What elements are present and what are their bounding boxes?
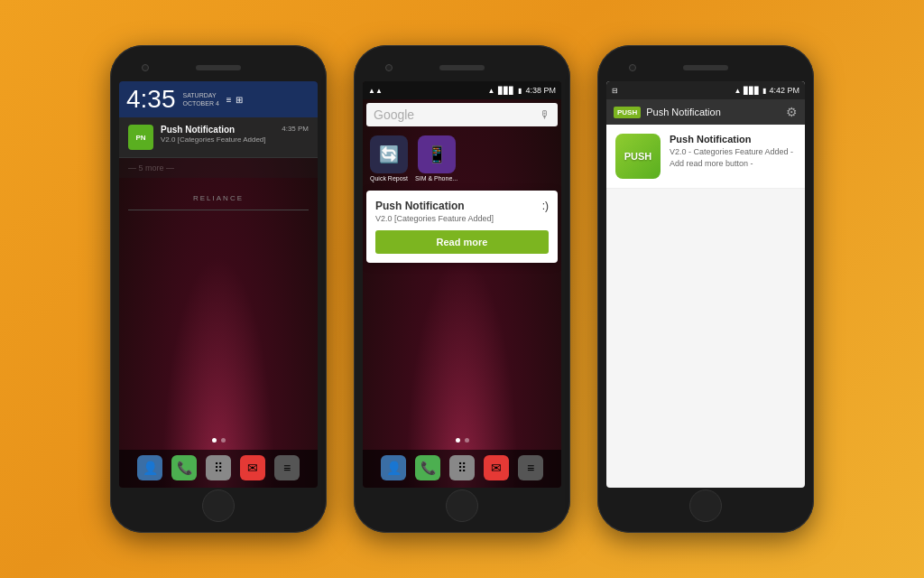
dock: 👤 📞 ⠿ ✉ ≡ [119,450,318,488]
notif-app-icon: PN [128,125,153,150]
notification-item-2: — 5 more — [119,158,318,178]
home-button[interactable] [202,489,235,522]
dot-2 [221,438,226,443]
phone-2-screen: ▲▲ ▲ ▊▊▊ ▮ 4:38 PM Google 🎙 🔄 Quick Repo… [363,81,561,488]
signal-bars-icon: ≡ [226,95,232,105]
wifi-icon-2: ▲ [488,87,495,95]
header-left: PUSH Push Notification [614,107,721,118]
wifi-icon-3: ▲ [735,87,742,95]
notif-icon-3: ⊟ [612,87,618,95]
carrier-divider [128,210,309,210]
status-icons: ≡ ⊞ [226,95,243,105]
home-button-2[interactable] [446,489,478,522]
app-icon-quick-repost: 🔄 [370,135,408,173]
notif-card-text: V2.0 - Categories Feature Added - Add re… [670,146,796,169]
app-label-sim-phone: SIM & Phone... [415,175,457,182]
dock-icon-menu[interactable]: ≡ [274,455,300,480]
notif-card-content: Push Notification V2.0 - Categories Feat… [670,134,796,169]
lock-day: SATURDAY [183,91,217,99]
phone-1-top [119,54,318,81]
dot-2-2 [465,438,469,443]
push-badge: PUSH [614,107,641,118]
notification-card[interactable]: PUSH Push Notification V2.0 - Categories… [606,125,805,189]
signal-bars-3: ▊▊▊ [744,87,760,95]
notif-content: Push Notification V2.0 [Categories Featu… [161,125,274,144]
speaker-2 [439,65,485,70]
dock-icon-menu-2[interactable]: ≡ [518,455,543,480]
app-header-title: Push Notification [646,107,721,117]
signal-icon-2: ▲▲ [368,87,383,95]
notification-app-header: PUSH Push Notification ⚙ [606,99,805,125]
camera-icon [142,64,149,71]
carrier-section: RELIANCE [119,178,318,219]
dock-icon-people-2[interactable]: 👤 [381,455,406,480]
smile-face: :) [542,200,549,212]
phone-3-top [606,54,805,81]
notif-time: 4:35 PM [282,125,309,133]
push-icon-label: PUSH [624,151,652,162]
mic-icon[interactable]: 🎙 [540,108,550,121]
lock-time: 4:35 [126,87,176,112]
phone-3: ⊟ ▲ ▊▊▊ ▮ 4:42 PM PUSH Push Notification… [597,45,814,533]
page-dots [119,438,318,443]
popup-notification[interactable]: Push Notification V2.0 [Categories Featu… [366,191,558,263]
google-text: Google [374,107,414,122]
app-quick-repost[interactable]: 🔄 Quick Repost [370,135,408,182]
grid-icon: ⊞ [236,95,243,105]
notification-item-1[interactable]: PN Push Notification V2.0 [Categories Fe… [119,117,318,158]
lock-date-text: OCTOBER 4 [183,99,219,107]
camera-icon-3 [629,64,636,71]
status-time-2: 4:38 PM [525,86,556,95]
carrier-name: RELIANCE [119,187,318,210]
phone-1-screen: 4:35 SATURDAY OCTOBER 4 ≡ ⊞ PN Push Noti… [119,81,318,488]
popup-title: Push Notification [375,200,549,212]
app-icon-sim-phone: 📱 [418,135,456,173]
status-bar-3: ⊟ ▲ ▊▊▊ ▮ 4:42 PM [606,81,805,99]
google-search-bar[interactable]: Google 🎙 [366,103,558,126]
settings-gear-icon[interactable]: ⚙ [786,105,798,119]
notif-title: Push Notification [161,125,274,135]
app-label-quick-repost: Quick Repost [370,175,408,182]
dot-2-1 [456,438,460,443]
dock-icon-phone-2[interactable]: 📞 [415,455,440,480]
status-bar-2: ▲▲ ▲ ▊▊▊ ▮ 4:38 PM [363,81,561,99]
signal-bars-2: ▊▊▊ [498,87,514,95]
push-app-icon: PUSH [615,134,661,179]
phone-1: 4:35 SATURDAY OCTOBER 4 ≡ ⊞ PN Push Noti… [110,45,327,533]
popup-text: V2.0 [Categories Feature Added] [375,214,549,223]
phone-3-bottom [606,488,805,524]
notif-card-title: Push Notification [670,134,796,144]
notif-placeholder: — 5 more — [128,163,309,172]
camera-icon-2 [385,64,393,71]
dock-2: 👤 📞 ⠿ ✉ ≡ [363,450,561,488]
phone-2-bottom [363,488,561,524]
sim-phone-symbol: 📱 [427,144,447,164]
phone-3-screen: ⊟ ▲ ▊▊▊ ▮ 4:42 PM PUSH Push Notification… [606,81,805,488]
dock-icon-mail-2[interactable]: ✉ [484,455,509,480]
dock-icon-mail[interactable]: ✉ [240,455,265,480]
app-sim-phone[interactable]: 📱 SIM & Phone... [415,135,457,182]
dot-1 [212,438,217,443]
app-grid: 🔄 Quick Repost 📱 SIM & Phone... [363,130,561,187]
lock-date: SATURDAY OCTOBER 4 [183,91,219,107]
phone-2-top [363,54,561,81]
dock-icon-people[interactable]: 👤 [137,455,162,480]
notif-text: V2.0 [Categories Feature Added] [161,135,274,144]
read-more-button[interactable]: Read more [375,230,549,254]
phone-2: ▲▲ ▲ ▊▊▊ ▮ 4:38 PM Google 🎙 🔄 Quick Repo… [354,45,570,533]
phone-1-bottom [119,488,318,524]
dock-icon-apps[interactable]: ⠿ [206,455,231,480]
battery-icon-3: ▮ [762,87,766,95]
status-time-3: 4:42 PM [769,86,799,95]
speaker-3 [683,65,728,70]
dock-icon-phone[interactable]: 📞 [171,455,197,480]
quick-repost-symbol: 🔄 [379,144,399,164]
page-dots-2 [363,438,561,443]
battery-icon-2: ▮ [518,87,522,95]
lock-screen-clock: 4:35 SATURDAY OCTOBER 4 ≡ ⊞ [119,81,318,117]
popup-container: Push Notification V2.0 [Categories Featu… [363,191,561,263]
home-button-3[interactable] [689,489,722,522]
dock-icon-apps-2[interactable]: ⠿ [449,455,475,480]
speaker [196,65,241,70]
